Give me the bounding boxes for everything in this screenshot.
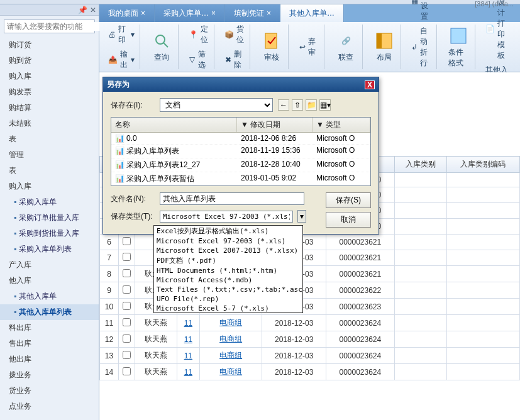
dropdown-option[interactable]: UFO File(*.rep) <box>154 294 302 304</box>
nav-item[interactable]: 购结算 <box>0 100 99 116</box>
table-row[interactable]: 12耿天燕11电商组2018-12-030000023624 <box>100 331 520 348</box>
nav-item[interactable]: 未结账 <box>0 116 99 131</box>
close-icon[interactable]: ✕ <box>90 6 96 14</box>
dialog-close-button[interactable]: X <box>365 80 375 89</box>
dept-link[interactable]: 11 <box>177 315 199 331</box>
newfolder-icon[interactable]: 📁 <box>306 99 317 111</box>
nav-item[interactable]: 他出库 <box>0 351 99 367</box>
dropdown-option[interactable]: PDF文档 (*.pdf) <box>154 255 302 266</box>
dropdown-option[interactable]: Microsoft Excel 2007-2013 (*.xlsx) <box>154 246 302 255</box>
nav-item[interactable]: 表 <box>0 163 99 179</box>
link-button[interactable]: 🔗联查 <box>332 30 360 64</box>
file-list[interactable]: 名称 ▼ 修改日期 ▼ 类型 📊0.02018-12-06 8:26Micros… <box>111 117 371 186</box>
filter-button[interactable]: ▽筛选 <box>186 48 211 72</box>
nav-subitem[interactable]: 采购到货批量入库 <box>0 226 99 241</box>
nav-item[interactable]: 料出库 <box>0 320 99 336</box>
table-row[interactable]: 13耿天燕11电商组2018-12-030000023624 <box>100 348 520 364</box>
nav-item[interactable]: 产入库 <box>0 257 99 273</box>
nav-subitem[interactable]: 采购入库单 <box>0 194 99 210</box>
row-checkbox[interactable] <box>119 331 135 348</box>
nav-item[interactable]: 购发票 <box>0 84 99 100</box>
row-checkbox[interactable] <box>119 282 135 299</box>
tab[interactable]: 填制凭证 × <box>225 4 280 22</box>
viewmode-icon[interactable]: ▦▾ <box>319 99 331 111</box>
tab[interactable]: 我的桌面 × <box>99 4 155 22</box>
pin-icon[interactable]: 📌 <box>78 6 87 14</box>
table-header[interactable]: 入库类别编码 <box>446 157 519 173</box>
row-checkbox[interactable] <box>119 315 135 331</box>
dropdown-option[interactable]: Text Files (*.txt;*.csv;*.tab;*.asc) <box>154 285 302 294</box>
locate-button[interactable]: 📍定位 <box>186 23 211 47</box>
col-date[interactable]: ▼ 修改日期 <box>237 118 313 132</box>
output-button[interactable]: 📤输出 ▾ <box>106 48 137 72</box>
nav-item[interactable]: 购入库 <box>0 69 99 84</box>
savetype-select[interactable] <box>160 211 293 223</box>
dropdown-option[interactable]: Microsoft Excel 97-2003 (*.xls) <box>154 236 302 246</box>
nav-item[interactable]: 点业务 <box>0 399 99 414</box>
group-link[interactable]: 电商组 <box>199 315 262 331</box>
tab-close-icon[interactable]: × <box>211 9 216 18</box>
row-checkbox[interactable] <box>119 364 135 380</box>
nav-item[interactable]: 货业务 <box>0 383 99 399</box>
dept-link[interactable]: 11 <box>177 348 199 364</box>
delete-button[interactable]: ✖删除 <box>222 48 247 72</box>
filename-input[interactable] <box>160 192 304 205</box>
nav-subitem[interactable]: 其他入库单列表 <box>0 304 99 320</box>
nav-item[interactable]: 管理 <box>0 147 99 163</box>
dept-link[interactable]: 11 <box>177 364 199 380</box>
col-name[interactable]: 名称 <box>111 118 237 132</box>
group-link[interactable]: 电商组 <box>199 364 262 380</box>
search-input[interactable] <box>4 22 104 31</box>
file-row[interactable]: 📊采购入库单列表12_272018-12-28 10:40Microsoft O <box>111 158 370 172</box>
tab[interactable]: 采购入库单… × <box>155 4 225 22</box>
dept-link[interactable]: 11 <box>177 331 199 348</box>
colset-button[interactable]: ▦栏目设置 <box>409 0 434 23</box>
group-link[interactable]: 电商组 <box>199 331 262 348</box>
row-checkbox[interactable] <box>119 235 135 250</box>
search-box[interactable] <box>4 19 95 33</box>
cancel-button[interactable]: 取消 <box>326 212 371 228</box>
audit-button[interactable]: 审核 <box>258 30 285 64</box>
template-button[interactable]: 📄设计打印模板 <box>483 0 514 62</box>
nav-subitem[interactable]: 其他入库单 <box>0 289 99 304</box>
save-button[interactable]: 保存(S) <box>326 192 371 208</box>
dropdown-option[interactable]: HTML Documents (*.html;*.htm) <box>154 266 302 275</box>
nav-subitem[interactable]: 采购入库单列表 <box>0 241 99 257</box>
group-link[interactable]: 电商组 <box>199 348 262 364</box>
nav-item[interactable]: 购订货 <box>0 37 99 53</box>
savetype-dropdown[interactable]: Excel按列表显示格式输出(*.xls)Microsoft Excel 97-… <box>153 225 303 313</box>
back-icon[interactable]: ← <box>278 99 289 111</box>
table-row[interactable]: 14耿天燕11电商组2018-12-030000023624 <box>100 364 520 380</box>
file-row[interactable]: 📊采购入库单列表2018-11-19 15:36Microsoft O <box>111 145 370 158</box>
query-button[interactable]: 查询 <box>148 30 175 64</box>
layout-button[interactable]: 布局 <box>370 30 398 64</box>
tab-close-icon[interactable]: × <box>267 9 271 18</box>
up-icon[interactable]: ⇧ <box>292 99 303 111</box>
dropdown-option[interactable]: Microsoft Access(*.mdb) <box>154 275 302 285</box>
print-button[interactable]: 🖨打印 ▾ <box>106 23 137 47</box>
dropdown-option[interactable]: Microsoft Excel 5-7 (*.xls) <box>154 304 302 313</box>
file-row[interactable]: 📊0.02018-12-06 8:26Microsoft O <box>111 133 370 145</box>
nav-item[interactable]: 售出库 <box>0 336 99 351</box>
row-checkbox[interactable] <box>119 266 135 282</box>
stock-button[interactable]: 📦货位 <box>222 23 247 47</box>
savein-select[interactable]: 文档 <box>160 98 273 112</box>
dropdown-option[interactable]: Excel按列表显示格式输出(*.xls) <box>154 226 302 236</box>
nav-item[interactable]: 购到货 <box>0 53 99 69</box>
table-row[interactable]: 11耿天燕11电商组2018-12-030000023624 <box>100 315 520 331</box>
row-checkbox[interactable] <box>119 250 135 266</box>
file-row[interactable]: 📊采购入库单列表暂估2019-01-05 9:02Microsoft O <box>111 172 370 186</box>
condfmt-button[interactable]: 条件格式 <box>445 25 472 70</box>
chevron-down-icon[interactable]: ▾ <box>297 210 306 223</box>
tab[interactable]: 其他入库单… <box>280 4 344 22</box>
abandon-button[interactable]: ↩弃审 <box>296 35 321 59</box>
row-checkbox[interactable] <box>119 348 135 364</box>
row-checkbox[interactable] <box>119 299 135 315</box>
nav-item[interactable]: 他入库 <box>0 273 99 289</box>
tab-close-icon[interactable]: × <box>141 9 145 18</box>
table-header[interactable]: 入库类别 <box>394 157 446 173</box>
nav-item[interactable]: 拨业务 <box>0 367 99 383</box>
col-type[interactable]: ▼ 类型 <box>313 118 370 132</box>
nav-subitem[interactable]: 采购订单批量入库 <box>0 210 99 226</box>
nav-item[interactable]: 表 <box>0 131 99 147</box>
